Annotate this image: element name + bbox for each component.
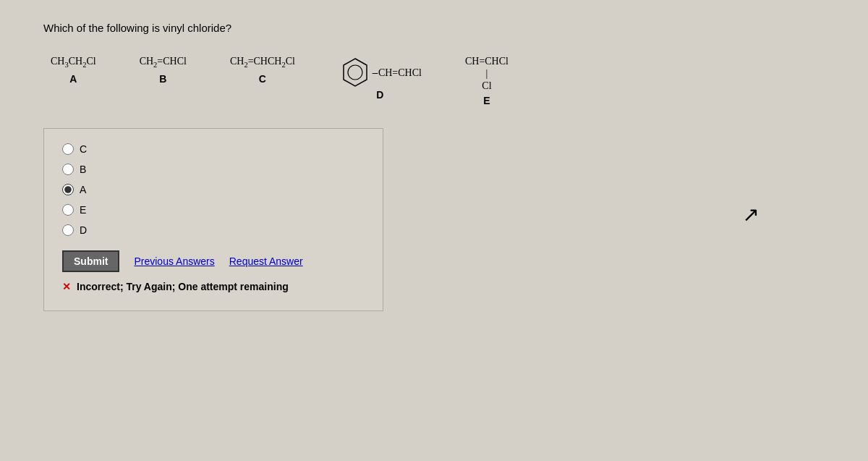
molecule-d-label: D xyxy=(376,89,383,101)
benzene-ring-icon xyxy=(339,56,372,89)
submit-button[interactable]: Submit xyxy=(62,250,119,272)
feedback-text: Incorrect; Try Again; One attempt remain… xyxy=(77,281,289,292)
molecule-a-formula: CH3CH2Cl xyxy=(51,56,96,69)
page: Which of the following is vinyl chloride… xyxy=(0,0,868,461)
radio-label-a: A xyxy=(80,184,86,195)
incorrect-icon: ✕ xyxy=(62,281,71,292)
previous-answers-link[interactable]: Previous Answers xyxy=(134,255,214,267)
radio-group: C B A E D xyxy=(62,143,365,236)
molecule-b-formula: CH2=CHCl xyxy=(140,56,187,69)
radio-label-b: B xyxy=(80,164,86,175)
molecule-a: CH3CH2Cl A xyxy=(51,56,96,85)
molecule-e: CH=CHCl | Cl E xyxy=(465,56,509,106)
radio-c[interactable] xyxy=(62,143,74,155)
radio-label-d: D xyxy=(80,224,87,236)
radio-e[interactable] xyxy=(62,204,74,216)
feedback-row: ✕ Incorrect; Try Again; One attempt rema… xyxy=(62,281,365,292)
molecule-c-formula: CH2=CHCH2Cl xyxy=(230,56,295,69)
cursor-arrow-icon: ↖ xyxy=(743,203,760,227)
molecule-b-label: B xyxy=(159,73,166,85)
answer-panel: C B A E D Submit Previous Answers R xyxy=(43,128,383,311)
svg-point-1 xyxy=(348,65,362,80)
question-title: Which of the following is vinyl chloride… xyxy=(43,22,825,34)
request-answer-link[interactable]: Request Answer xyxy=(229,255,303,267)
radio-item-b[interactable]: B xyxy=(62,164,365,175)
molecule-d-formula: ‒CH=CHCl xyxy=(339,56,422,89)
molecule-e-formula: CH=CHCl | Cl xyxy=(465,56,509,92)
radio-label-c: C xyxy=(80,143,87,155)
molecule-a-label: A xyxy=(69,73,77,85)
radio-item-a[interactable]: A xyxy=(62,184,365,195)
radio-b[interactable] xyxy=(62,164,74,175)
svg-marker-0 xyxy=(344,59,367,86)
molecules-row: CH3CH2Cl A CH2=CHCl B CH2=CHCH2Cl C xyxy=(43,56,825,106)
radio-label-e: E xyxy=(80,204,86,216)
molecule-b: CH2=CHCl B xyxy=(140,56,187,85)
radio-d[interactable] xyxy=(62,224,74,236)
molecule-c: CH2=CHCH2Cl C xyxy=(230,56,295,85)
radio-item-d[interactable]: D xyxy=(62,224,365,236)
molecule-c-label: C xyxy=(259,73,266,85)
radio-a[interactable] xyxy=(62,184,74,195)
molecule-d: ‒CH=CHCl D xyxy=(339,56,422,101)
radio-item-e[interactable]: E xyxy=(62,204,365,216)
bottom-row: Submit Previous Answers Request Answer xyxy=(62,250,365,272)
radio-item-c[interactable]: C xyxy=(62,143,365,155)
molecule-e-label: E xyxy=(483,95,490,106)
